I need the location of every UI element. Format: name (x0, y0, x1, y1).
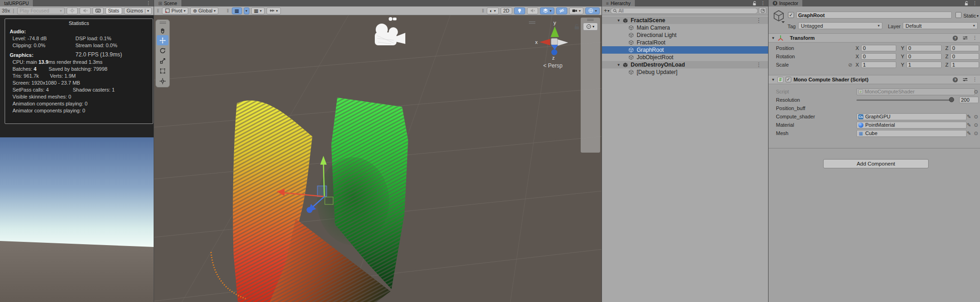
tag-dropdown[interactable]: Untagged ▾ (798, 22, 882, 29)
resolution-slider-knob[interactable] (949, 97, 954, 102)
help-icon[interactable]: ? (953, 77, 958, 82)
material-field[interactable]: PointMaterial (856, 122, 967, 129)
hierarchy-row[interactable]: Main Camera (602, 24, 768, 31)
scene-kebab-icon[interactable]: ⋮ (756, 62, 762, 68)
hierarchy-row-selected[interactable]: GraphRoot (602, 46, 768, 54)
grid-visibility-toggle[interactable]: ▦ (232, 7, 242, 14)
hierarchy-row-scene[interactable]: ▼ FractalScene ⋮ (602, 17, 768, 24)
view-hand-tool-button[interactable] (157, 25, 168, 35)
camera-settings-dropdown[interactable]: ▾ (569, 7, 583, 14)
foldout-arrow-icon[interactable]: ▼ (617, 18, 620, 23)
rotation-x-field[interactable] (861, 53, 896, 60)
script-reference-field[interactable]: # MonoComputeShader (856, 88, 975, 95)
scale-x-field[interactable] (861, 62, 896, 68)
draw-mode-dropdown[interactable]: ◐ ▾ (487, 7, 498, 14)
transform-component-header[interactable]: ▼ Transform ? ⋮ (769, 33, 980, 43)
grid-snap-toggle[interactable]: ▦ ▾ (251, 7, 265, 14)
scale-y-field[interactable] (906, 62, 942, 68)
scale-tool-button[interactable] (157, 55, 168, 66)
gizmos-dropdown-button[interactable]: Gizmos | ▾ (124, 7, 152, 14)
component-kebab-icon[interactable]: ⋮ (973, 77, 977, 82)
grid-settings-dropdown[interactable]: ▾ (244, 7, 249, 14)
mute-audio-button[interactable] (80, 7, 91, 14)
move-gizmo-y-arrow[interactable] (320, 156, 327, 165)
camera-gizmo-icon[interactable] (375, 17, 405, 45)
hierarchy-row[interactable]: [Debug Updater] (602, 68, 768, 76)
inspector-menu-kebab-icon[interactable]: ⋮ (973, 1, 977, 6)
2d-view-toggle[interactable]: 2D (501, 7, 512, 14)
layer-dropdown[interactable]: Default ▾ (903, 22, 978, 29)
component-enabled-checkbox[interactable]: ✓ (786, 77, 791, 82)
toolbar-handle[interactable]: ‖ (226, 8, 230, 13)
overlay-drag-handle[interactable] (160, 22, 166, 24)
tab-game[interactable]: talURPGPU (0, 0, 33, 6)
pivot-mode-dropdown[interactable]: Pivot ▾ (162, 7, 188, 14)
move-tool-button[interactable] (157, 35, 168, 45)
hierarchy-search-field[interactable] (610, 8, 758, 14)
view-options-dropdown[interactable]: ▾ (583, 23, 598, 31)
toolbar-handle[interactable]: ‖ (481, 8, 485, 13)
object-picker-icon[interactable]: ⊙ (974, 130, 978, 136)
link-broken-icon[interactable]: ⊘ (848, 62, 852, 68)
play-mode-dropdown[interactable]: Play Focused ▾ (17, 7, 65, 14)
gizmo-center-cube[interactable] (551, 38, 558, 45)
object-picker-icon[interactable]: ⊙ (974, 89, 978, 95)
hierarchy-row-scene[interactable]: ▼ DontDestroyOnLoad ⋮ (602, 61, 768, 68)
edit-pencil-icon[interactable]: ✎ (967, 122, 971, 128)
hierarchy-row[interactable]: Directional Light (602, 31, 768, 39)
rotation-y-field[interactable] (906, 53, 942, 60)
hierarchy-menu-kebab-icon[interactable]: ⋮ (761, 1, 765, 6)
gameobject-name-field[interactable] (796, 12, 952, 18)
search-input[interactable] (619, 8, 755, 13)
move-gizmo-xy-plane[interactable] (317, 186, 327, 197)
game-menu-kebab-icon[interactable]: ⋮ (146, 1, 151, 6)
effects-dropdown[interactable]: ▾ (540, 7, 554, 14)
rotate-tool-button[interactable] (157, 45, 168, 55)
create-object-dropdown[interactable]: + ▾ (604, 7, 609, 14)
snap-increment-dropdown[interactable]: ▾ (267, 7, 281, 14)
object-picker-icon[interactable]: ⊙ (974, 114, 978, 120)
gizmo-y-cone[interactable] (551, 26, 559, 37)
game-scale-value[interactable]: 39x (2, 8, 10, 13)
handle-rotation-dropdown[interactable]: ⊕ Global ▾ (190, 7, 218, 14)
position-z-field[interactable] (950, 45, 979, 51)
static-checkbox[interactable] (955, 12, 961, 18)
foldout-arrow-icon[interactable]: ▼ (771, 78, 775, 82)
unlock-icon[interactable] (964, 1, 969, 6)
hierarchy-row[interactable]: JobObjectRoot (602, 54, 768, 61)
unlock-icon[interactable] (752, 1, 757, 6)
gizmo-z-cone[interactable] (551, 45, 558, 50)
toolbar-handle[interactable]: ‖ (156, 8, 160, 13)
input-debug-button[interactable] (93, 7, 104, 14)
transform-tool-button[interactable] (157, 76, 168, 86)
foldout-arrow-icon[interactable]: ▼ (617, 63, 620, 67)
preset-icon[interactable] (962, 77, 968, 82)
script-component-header[interactable]: ▼ # ✓ Mono Compute Shader (Script) ? ⋮ (769, 75, 980, 84)
rect-tool-button[interactable] (157, 66, 168, 76)
open-in-window-button[interactable] (759, 7, 766, 14)
add-component-button[interactable]: Add Component (823, 159, 929, 168)
position-y-field[interactable] (906, 45, 942, 51)
scene-viewport[interactable]: y x z < Persp (154, 15, 602, 302)
orientation-gizmo[interactable]: y x z < Persp (529, 20, 579, 69)
preset-icon[interactable] (962, 35, 968, 41)
static-dropdown-icon[interactable]: ▾ (977, 14, 979, 18)
gameobject-big-cube-icon[interactable] (772, 9, 785, 23)
scale-z-field[interactable] (950, 62, 979, 68)
scene-visibility-toggle[interactable] (556, 7, 567, 14)
edit-pencil-icon[interactable]: ✎ (967, 114, 971, 120)
mesh-field[interactable]: ▦ Cube (856, 130, 967, 137)
component-kebab-icon[interactable]: ⋮ (973, 36, 977, 40)
vsync-toggle-button[interactable] (67, 7, 78, 14)
gizmo-lock-icon[interactable] (575, 25, 579, 30)
tab-scene[interactable]: ⊞ Scene (154, 0, 181, 6)
scene-kebab-icon[interactable]: ⋮ (756, 17, 762, 24)
active-checkbox[interactable]: ✓ (788, 12, 794, 18)
edit-pencil-icon[interactable]: ✎ (967, 130, 971, 136)
resolution-value-field[interactable] (959, 97, 979, 103)
rotation-z-field[interactable] (950, 53, 979, 60)
stats-toggle-button[interactable]: Stats (105, 7, 122, 14)
scene-lighting-toggle[interactable] (514, 7, 525, 14)
overlay-drag-handle[interactable] (587, 19, 594, 21)
tab-inspector[interactable]: i Inspector (769, 0, 802, 6)
